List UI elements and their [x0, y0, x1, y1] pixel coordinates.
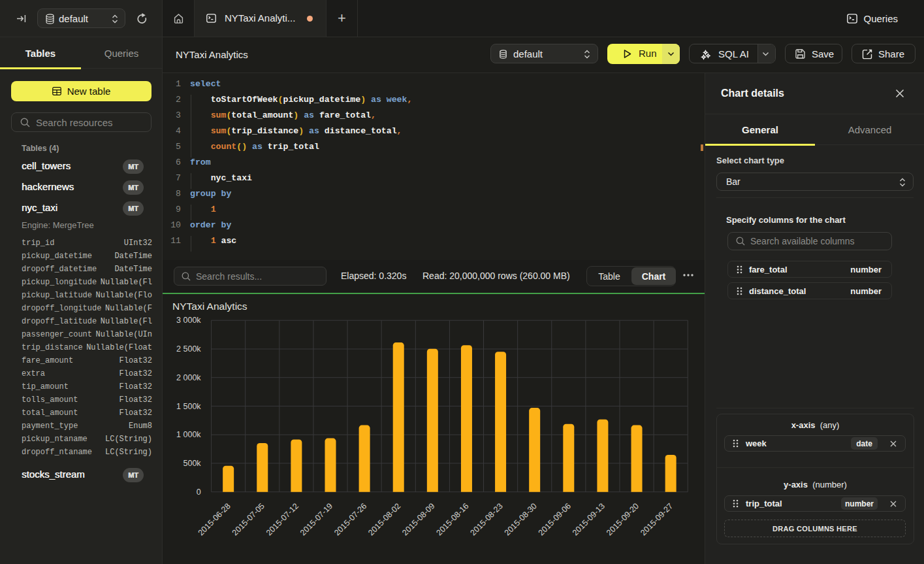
svg-text:2015-09-13: 2015-09-13	[571, 501, 607, 537]
svg-text:2015-08-30: 2015-08-30	[503, 501, 539, 537]
svg-text:2015-09-20: 2015-09-20	[605, 501, 641, 537]
svg-text:2015-07-19: 2015-07-19	[298, 501, 334, 537]
svg-text:2015-08-09: 2015-08-09	[400, 501, 436, 537]
svg-text:1 000k: 1 000k	[176, 430, 201, 439]
svg-text:2015-08-16: 2015-08-16	[434, 501, 470, 537]
svg-text:2015-08-02: 2015-08-02	[366, 501, 402, 537]
svg-text:3 000k: 3 000k	[176, 316, 201, 325]
svg-text:500k: 500k	[183, 459, 201, 468]
svg-text:2015-06-28: 2015-06-28	[197, 501, 232, 537]
svg-text:2015-07-26: 2015-07-26	[332, 501, 368, 537]
svg-text:2015-09-27: 2015-09-27	[639, 501, 675, 537]
svg-text:2015-08-23: 2015-08-23	[469, 501, 505, 537]
svg-text:1 500k: 1 500k	[176, 402, 201, 411]
svg-text:2015-07-05: 2015-07-05	[231, 501, 266, 537]
svg-text:2015-07-12: 2015-07-12	[264, 501, 300, 537]
svg-text:0: 0	[197, 488, 201, 497]
svg-text:2 500k: 2 500k	[176, 344, 201, 354]
svg-text:2015-09-06: 2015-09-06	[537, 501, 573, 537]
svg-text:NYTaxi Analytics: NYTaxi Analytics	[172, 301, 247, 312]
svg-text:2 000k: 2 000k	[176, 373, 201, 382]
